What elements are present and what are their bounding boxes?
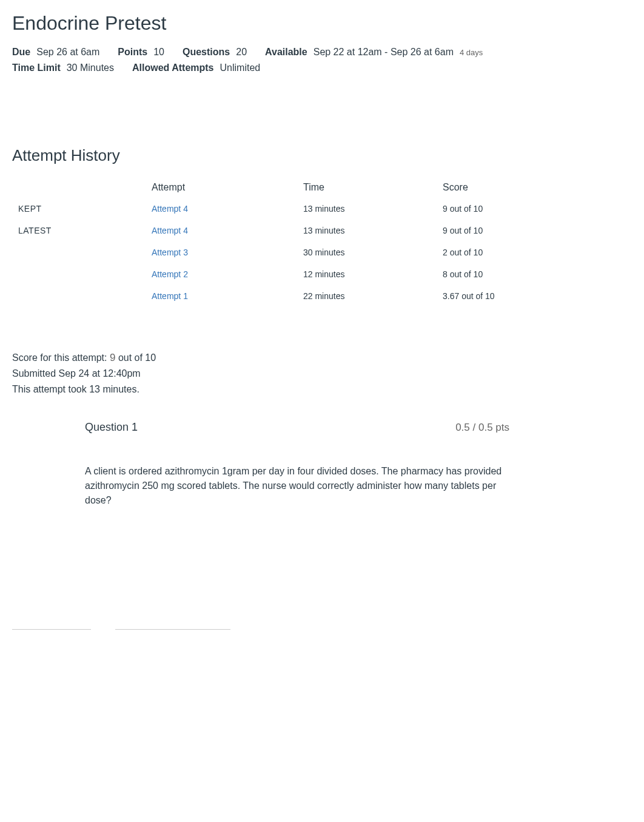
col-time: Time [297,177,437,198]
attempt-link[interactable]: Attempt 1 [152,291,188,301]
due-label: Due [12,47,30,58]
row-score: 8 out of 10 [437,263,515,285]
table-row: Attempt 212 minutes8 out of 10 [12,263,515,285]
score-line: Score for this attempt: 9 out of 10 [12,349,632,366]
duration-line: This attempt took 13 minutes. [12,382,632,397]
row-time: 13 minutes [297,220,437,241]
question-text: A client is ordered azithromycin 1gram p… [85,464,509,508]
page-title: Endocrine Pretest [12,12,632,35]
attempt-history-table: Attempt Time Score KEPTAttempt 413 minut… [12,177,515,307]
row-time: 12 minutes [297,263,437,285]
available-label: Available [265,47,307,58]
attempt-link[interactable]: Attempt 4 [152,204,188,214]
attempt-link[interactable]: Attempt 3 [152,248,188,257]
row-score: 9 out of 10 [437,220,515,241]
question-label: Question 1 [85,421,138,434]
question-points: 0.5 / 0.5 pts [455,422,509,434]
attempt-link[interactable]: Attempt 2 [152,269,188,279]
due-group: Due Sep 26 at 6am [12,47,99,58]
due-value: Sep 26 at 6am [36,47,99,58]
row-time: 13 minutes [297,198,437,220]
row-tag: LATEST [12,220,146,241]
col-score: Score [437,177,515,198]
questions-value: 20 [236,47,247,58]
row-attempt: Attempt 4 [146,220,297,241]
score-value: 9 [110,352,115,363]
attempt-history-heading: Attempt History [12,146,632,165]
row-tag [12,241,146,263]
row-attempt: Attempt 4 [146,198,297,220]
timelimit-label: Time Limit [12,62,61,73]
table-row: Attempt 122 minutes3.67 out of 10 [12,285,515,307]
score-suffix: out of 10 [118,352,156,363]
allowed-value: Unlimited [220,62,261,73]
row-time: 30 minutes [297,241,437,263]
meta-row-2: Time Limit 30 Minutes Allowed Attempts U… [12,62,632,73]
meta-row-1: Due Sep 26 at 6am Points 10 Questions 20… [12,47,632,58]
row-time: 22 minutes [297,285,437,307]
score-label: Score for this attempt: [12,352,107,363]
row-attempt: Attempt 3 [146,241,297,263]
points-value: 10 [153,47,164,58]
available-group: Available Sep 22 at 12am - Sep 26 at 6am… [265,47,483,58]
col-attempt: Attempt [146,177,297,198]
points-group: Points 10 [118,47,164,58]
rule-1 [12,629,91,630]
row-tag [12,263,146,285]
col-label [12,177,146,198]
questions-label: Questions [183,47,230,58]
submitted-line: Submitted Sep 24 at 12:40pm [12,366,632,382]
timelimit-group: Time Limit 30 Minutes [12,62,114,73]
footer-rules [12,629,632,630]
allowed-label: Allowed Attempts [132,62,214,73]
available-duration: 4 days [460,48,483,57]
row-attempt: Attempt 1 [146,285,297,307]
table-row: Attempt 330 minutes2 out of 10 [12,241,515,263]
questions-group: Questions 20 [183,47,247,58]
table-row: KEPTAttempt 413 minutes9 out of 10 [12,198,515,220]
available-value: Sep 22 at 12am - Sep 26 at 6am [314,47,454,58]
row-tag: KEPT [12,198,146,220]
attempt-link[interactable]: Attempt 4 [152,226,188,235]
row-score: 2 out of 10 [437,241,515,263]
score-summary: Score for this attempt: 9 out of 10 Subm… [12,349,632,397]
question-block: Question 1 0.5 / 0.5 pts A client is ord… [85,421,509,508]
row-tag [12,285,146,307]
points-label: Points [118,47,147,58]
row-score: 3.67 out of 10 [437,285,515,307]
table-row: LATESTAttempt 413 minutes9 out of 10 [12,220,515,241]
allowed-group: Allowed Attempts Unlimited [132,62,260,73]
row-attempt: Attempt 2 [146,263,297,285]
timelimit-value: 30 Minutes [67,62,114,73]
rule-2 [115,629,230,630]
question-header: Question 1 0.5 / 0.5 pts [85,421,509,434]
row-score: 9 out of 10 [437,198,515,220]
